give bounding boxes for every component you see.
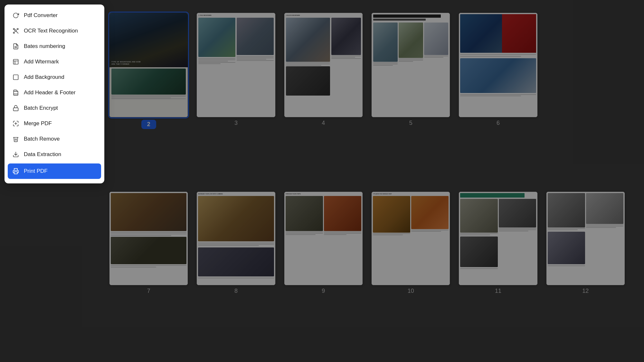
menu-item-batch-remove[interactable]: Batch Remove [5, 131, 104, 147]
menu-label-print-pdf: Print PDF [24, 168, 48, 174]
background-icon [12, 74, 19, 81]
menu-label-batch-encrypt: Batch Encrypt [24, 105, 58, 111]
menu-label-data-extraction: Data Extraction [24, 151, 61, 158]
menu-item-batch-encrypt[interactable]: Batch Encrypt [5, 100, 104, 116]
extract-icon [12, 151, 19, 158]
file-hash-icon [12, 43, 19, 50]
merge-icon [12, 120, 19, 127]
svg-rect-10 [14, 108, 18, 111]
menu-label-batch-remove: Batch Remove [24, 136, 60, 142]
menu-label-ocr: OCR Text Recognition [24, 28, 78, 34]
watermark-icon [12, 58, 19, 65]
svg-rect-4 [14, 60, 18, 64]
svg-line-1 [16, 32, 18, 33]
trash-icon [12, 135, 19, 143]
header-footer-icon [12, 89, 19, 96]
menu-label-bates: Bates numbering [24, 43, 65, 50]
print-icon [12, 168, 19, 175]
context-menu: Pdf Converter OCR Text Recognition Bates… [5, 5, 104, 183]
refresh-icon [12, 12, 19, 19]
menu-label-pdf-converter: Pdf Converter [24, 12, 58, 19]
menu-label-background: Add Background [24, 74, 64, 80]
menu-item-merge-pdf[interactable]: Merge PDF [5, 116, 104, 131]
menu-label-merge-pdf: Merge PDF [24, 120, 52, 127]
svg-point-0 [15, 30, 16, 32]
menu-item-header-footer[interactable]: Add Header & Footer [5, 85, 104, 100]
ocr-icon [12, 27, 19, 34]
menu-item-print-pdf[interactable]: Print PDF [8, 163, 101, 179]
menu-item-bates[interactable]: Bates numbering [5, 39, 104, 54]
menu-item-background[interactable]: Add Background [5, 70, 104, 85]
lock-icon [12, 105, 19, 112]
menu-item-pdf-converter[interactable]: Pdf Converter [5, 8, 104, 23]
menu-item-ocr[interactable]: OCR Text Recognition [5, 23, 104, 39]
svg-rect-7 [14, 75, 18, 80]
menu-label-watermark: Add Wtermark [24, 59, 59, 65]
menu-label-header-footer: Add Header & Footer [24, 89, 76, 96]
svg-rect-14 [14, 172, 17, 174]
menu-item-data-extraction[interactable]: Data Extraction [5, 147, 104, 162]
menu-item-watermark[interactable]: Add Wtermark [5, 54, 104, 70]
